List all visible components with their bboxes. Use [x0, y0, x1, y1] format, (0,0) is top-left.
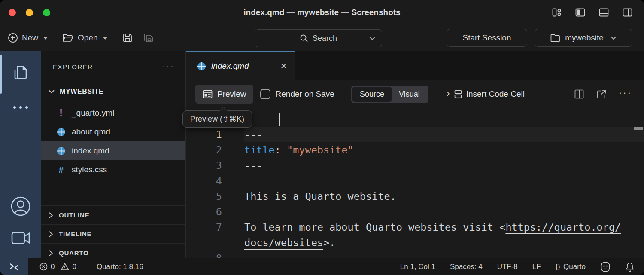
explorer-sidebar: EXPLORER ··· MYWEBSITE !_quarto.ymlabout… — [41, 51, 186, 258]
save-icon — [122, 32, 133, 43]
explorer-title: EXPLORER — [53, 63, 93, 70]
chevron-down-icon — [48, 89, 55, 95]
workspace-folder-row[interactable]: MYWEBSITE — [41, 84, 185, 99]
warning-icon — [61, 263, 69, 271]
titlebar: index.qmd — mywebsite — Screenshots — [0, 0, 644, 25]
start-session-button[interactable]: Start Session — [447, 29, 527, 47]
tab-index-qmd[interactable]: index.qmd ✕ — [186, 51, 295, 80]
explorer-view-button[interactable] — [12, 51, 29, 95]
split-editor-icon[interactable] — [574, 89, 584, 99]
indentation[interactable]: Spaces: 4 — [450, 263, 483, 271]
chevron-right-icon — [48, 249, 54, 257]
code-line-7-wrap: docs/websites>. — [186, 235, 644, 251]
code-line-8: 8 — [186, 251, 644, 258]
customize-layout-icon[interactable] — [552, 7, 562, 18]
line-number: 1 — [186, 127, 222, 142]
active-view-indicator — [0, 55, 2, 94]
top-toolbar: New Open — [0, 25, 644, 51]
video-camera-icon — [11, 231, 30, 245]
quarto-version[interactable]: Quarto: 1.8.16 — [97, 263, 143, 271]
notifications-bell-icon[interactable] — [625, 262, 635, 272]
code-editor[interactable]: 1---2title: "mywebsite"3---45This is a Q… — [186, 125, 644, 258]
editor-group: index.qmd ✕ Preview Render on Save — [186, 51, 644, 258]
section-quarto[interactable]: QUARTO — [41, 243, 185, 258]
visual-mode-button[interactable]: Visual — [392, 87, 427, 102]
line-number: 5 — [186, 189, 222, 204]
save-all-icon — [143, 32, 155, 44]
remote-indicator[interactable] — [0, 258, 28, 275]
file-row-_quarto.yml[interactable]: !_quarto.yml — [41, 104, 185, 122]
line-number: 7 — [186, 220, 222, 235]
file-label: styles.css — [72, 165, 107, 174]
render-on-save-label: Render on Save — [276, 89, 334, 99]
line-number: 8 — [186, 251, 222, 258]
preview-button[interactable]: Preview — [195, 85, 253, 104]
section-timeline[interactable]: TIMELINE — [41, 224, 185, 243]
account-button[interactable] — [10, 196, 31, 217]
search-input[interactable]: Search — [255, 29, 382, 47]
preview-tooltip: Preview (⇧⌘K) — [182, 110, 252, 128]
scrollbar-track — [632, 125, 632, 258]
yaml-alert-icon: ! — [56, 108, 66, 118]
file-list: !_quarto.ymlabout.qmdindex.qmd#styles.cs… — [41, 104, 185, 179]
line-number: 4 — [186, 173, 222, 189]
files-icon — [12, 64, 29, 82]
tab-label: index.qmd — [211, 61, 275, 71]
close-tab-icon[interactable]: ✕ — [280, 61, 287, 71]
file-label: index.qmd — [72, 146, 109, 156]
save-all-button[interactable] — [143, 32, 155, 44]
line-number — [186, 235, 222, 251]
insert-code-cell-button[interactable]: › Insert Code Cell — [447, 89, 525, 99]
new-button[interactable]: New — [8, 33, 48, 43]
source-mode-button[interactable]: Source — [352, 87, 392, 102]
quarto-icon — [56, 128, 66, 137]
file-label: about.qmd — [72, 127, 110, 137]
scrollbar-thumb[interactable] — [634, 127, 643, 130]
line-number: 2 — [186, 142, 222, 158]
project-selector-button[interactable]: mywebsite — [535, 29, 632, 47]
file-row-index.qmd[interactable]: index.qmd — [41, 141, 185, 160]
toggle-secondary-sidebar-icon[interactable] — [622, 7, 633, 18]
explorer-more-actions-button[interactable]: ··· — [162, 61, 174, 72]
braces-icon: {} — [556, 263, 560, 271]
additional-views-button[interactable] — [13, 95, 28, 120]
error-icon — [39, 263, 48, 271]
sidebar-sections: OUTLINETIMELINEQUARTO — [41, 205, 185, 258]
open-in-new-window-icon[interactable] — [596, 89, 607, 99]
encoding[interactable]: UTF-8 — [497, 263, 518, 271]
eol-sequence[interactable]: LF — [532, 263, 541, 271]
toggle-primary-sidebar-icon[interactable] — [575, 7, 586, 18]
error-count: 0 — [51, 263, 55, 271]
language-mode[interactable]: {} Quarto — [556, 263, 586, 271]
window-title: index.qmd — mywebsite — Screenshots — [0, 8, 644, 17]
quarto-icon — [56, 147, 66, 156]
screencast-button[interactable] — [11, 231, 30, 245]
tab-strip: index.qmd ✕ — [186, 51, 644, 80]
source-visual-toggle: Source Visual — [351, 86, 428, 103]
feedback-smiley-icon[interactable] — [600, 261, 611, 272]
file-row-styles.css[interactable]: #styles.css — [41, 160, 185, 179]
line-number: 6 — [186, 204, 222, 220]
search-icon — [300, 34, 308, 43]
code-lines: 1---2title: "mywebsite"3---45This is a Q… — [186, 127, 644, 258]
code-line-2: 2title: "mywebsite" — [186, 142, 644, 158]
chevron-right-icon — [48, 211, 54, 219]
more-actions-button[interactable]: ··· — [619, 87, 632, 98]
open-button[interactable]: Open — [62, 33, 107, 43]
cursor-position[interactable]: Ln 1, Col 1 — [400, 263, 435, 271]
chevron-right-icon — [48, 230, 54, 238]
activity-bar — [0, 51, 41, 258]
toggle-panel-icon[interactable] — [598, 7, 609, 18]
code-line-3: 3--- — [186, 158, 644, 173]
render-on-save-checkbox[interactable] — [260, 89, 270, 99]
problems-indicator[interactable]: 0 0 — [39, 263, 76, 271]
breadcrumbs — [186, 108, 644, 125]
app-window: index.qmd — mywebsite — Screenshots — [0, 0, 644, 275]
chevron-down-icon — [369, 36, 376, 41]
save-button[interactable] — [122, 32, 133, 43]
text-cursor — [279, 113, 280, 126]
file-row-about.qmd[interactable]: about.qmd — [41, 122, 185, 141]
person-circle-icon — [10, 196, 31, 217]
code-line-1: 1--- — [186, 127, 644, 142]
section-outline[interactable]: OUTLINE — [41, 205, 185, 224]
